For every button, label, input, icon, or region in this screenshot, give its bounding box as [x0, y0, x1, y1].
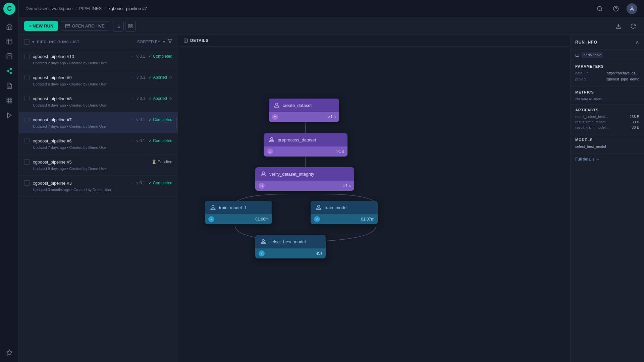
- svg-rect-35: [184, 39, 188, 43]
- svg-text:C: C: [7, 5, 11, 12]
- filter-icon[interactable]: [168, 39, 172, 45]
- run-version: v 0.1: [137, 54, 145, 59]
- nav-tables[interactable]: [3, 94, 16, 107]
- run-item-top: xgboost_pipeline #5 ⏳ Pending: [24, 159, 172, 165]
- search-icon[interactable]: [594, 3, 605, 14]
- nav-deploy[interactable]: [3, 109, 16, 122]
- sorted-by-label: SORTED BY: [137, 40, 160, 44]
- breadcrumb-section[interactable]: PIPELINES: [79, 6, 102, 11]
- run-id-row: bed53db2: [571, 50, 644, 61]
- node-verify-integrity[interactable]: verify_dataset_integrity ⊙ >1 s: [255, 167, 354, 191]
- checkbox-dropdown-icon[interactable]: ▾: [32, 40, 34, 44]
- node-create-dataset[interactable]: create_dataset ⊙ >1 s: [269, 99, 339, 122]
- run-item[interactable]: xgboost_pipeline #3 •v 0.1 ✓ Completed U…: [19, 176, 178, 197]
- run-name: xgboost_pipeline #9: [33, 75, 129, 80]
- run-item[interactable]: xgboost_pipeline #6 •v 0.1 ✓ Completed U…: [19, 133, 178, 155]
- node-preprocess-dataset[interactable]: preprocess_dataset ⊙ >1 s: [264, 133, 347, 157]
- run-version: v 0.1: [137, 181, 145, 185]
- run-status: ✓ Aborted ⟳: [149, 75, 172, 80]
- run-name: xgboost_pipeline #6: [33, 138, 128, 143]
- collapse-icon[interactable]: ∧: [635, 39, 639, 45]
- svg-rect-31: [131, 26, 132, 28]
- run-item[interactable]: xgboost_pipeline #9 •v 0.1 ✓ Aborted ⟳ U…: [19, 70, 178, 91]
- refresh-icon[interactable]: [628, 21, 639, 32]
- run-version: v 0.1: [137, 138, 145, 143]
- nav-datasets[interactable]: [3, 50, 16, 63]
- run-meta: Updated 3 months ago • Created by Demo U…: [33, 188, 172, 192]
- artifact-1-key: result_select_best...: [575, 115, 608, 119]
- run-checkbox[interactable]: [24, 54, 30, 59]
- select-all-checkbox[interactable]: [24, 39, 30, 45]
- preprocess-dataset-status-icon: ⊙: [267, 148, 273, 155]
- artifact-3-key: result_train_model...: [575, 125, 609, 129]
- artifact-row-1: result_select_best... 168 B: [575, 115, 639, 119]
- run-checkbox[interactable]: [24, 159, 30, 165]
- node-train-model-1[interactable]: train_model_1 ✓ 01:06m: [205, 201, 272, 224]
- run-checkbox[interactable]: [24, 117, 30, 122]
- drag-handle: [175, 116, 178, 129]
- main-area: Demo User's workspace / PIPELINES / xgbo…: [19, 0, 644, 362]
- preprocess-dataset-time: >1 s: [276, 149, 344, 154]
- list-view-button[interactable]: [113, 21, 124, 32]
- grid-view-button[interactable]: [125, 21, 136, 32]
- nav-experiments[interactable]: [3, 35, 16, 48]
- verify-integrity-time: >1 s: [267, 183, 351, 188]
- new-run-button[interactable]: + NEW RUN: [24, 21, 58, 31]
- param-project-row: project xgboost_pipe_demo: [575, 77, 639, 81]
- run-item-top: xgboost_pipeline #7 •v 0.1 ✓ Completed: [24, 117, 172, 122]
- run-item[interactable]: xgboost_pipeline #10 •v 0.1 ✓ Completed …: [19, 49, 178, 70]
- run-status: ✓ Aborted ⟳: [149, 96, 172, 101]
- run-name: xgboost_pipeline #3: [33, 181, 128, 186]
- sort-dropdown-icon[interactable]: ▾: [163, 40, 165, 44]
- run-checkbox[interactable]: [24, 138, 30, 143]
- breadcrumb-sep2: /: [104, 6, 106, 11]
- app-logo[interactable]: C: [3, 3, 15, 15]
- full-details-label: Full details →: [575, 157, 600, 162]
- svg-line-6: [8, 71, 10, 72]
- node-train-model[interactable]: train_model ✓ 01:07m: [311, 201, 378, 224]
- runs-list: xgboost_pipeline #10 •v 0.1 ✓ Completed …: [19, 49, 178, 362]
- train-model-time: 01:07m: [323, 217, 374, 222]
- runs-header-right: SORTED BY ▾: [137, 39, 172, 45]
- node-select-best-model[interactable]: select_best_model ✓ 45s: [255, 235, 326, 258]
- open-archive-label: OPEN ARCHIVE: [72, 23, 105, 28]
- run-checkbox[interactable]: [24, 96, 30, 101]
- details-tab: DETAILS: [178, 35, 570, 47]
- node-verify-integrity-name: verify_dataset_integrity: [269, 172, 314, 177]
- artifact-2-key: result_train_model...: [575, 120, 609, 124]
- help-icon[interactable]: [610, 3, 621, 14]
- view-toggle: [113, 21, 136, 32]
- metrics-no-data: No data to show: [575, 97, 639, 101]
- run-version: v 0.1: [137, 117, 145, 122]
- run-item[interactable]: xgboost_pipeline #8 •v 0.1 ✓ Aborted ⟳ U…: [19, 91, 178, 112]
- param-data-url-value: https://archive.ics....: [607, 71, 639, 75]
- svg-rect-30: [131, 24, 132, 25]
- nav-reports[interactable]: [3, 79, 16, 93]
- svg-point-16: [597, 6, 601, 10]
- run-name: xgboost_pipeline #5: [33, 160, 148, 165]
- nav-plugins[interactable]: [3, 346, 16, 359]
- run-checkbox[interactable]: [24, 75, 30, 80]
- download-icon[interactable]: [613, 21, 624, 32]
- model-item-1: select_best_model: [575, 144, 639, 148]
- full-details-link[interactable]: Full details →: [571, 154, 644, 165]
- content-area: ▾ PIPELINE RUNS LIST SORTED BY ▾ xgboost…: [19, 35, 644, 362]
- diagram-canvas: create_dataset ⊙ >1 s preprocess_dataset…: [178, 47, 570, 362]
- select-best-model-time: 45s: [267, 251, 322, 256]
- train-model-1-time: 01:06m: [217, 217, 269, 222]
- artifact-2-val: 30 B: [632, 120, 639, 124]
- run-item[interactable]: xgboost_pipeline #7 •v 0.1 ✓ Completed U…: [19, 112, 178, 133]
- run-item[interactable]: xgboost_pipeline #5 ⏳ Pending Updated 9 …: [19, 155, 178, 176]
- runs-panel: ▾ PIPELINE RUNS LIST SORTED BY ▾ xgboost…: [19, 35, 178, 362]
- version-sep: •: [132, 76, 133, 79]
- version-sep: •: [132, 118, 133, 122]
- nav-home[interactable]: [3, 20, 16, 34]
- nav-pipelines[interactable]: [3, 64, 16, 78]
- train-model-1-status-icon: ✓: [208, 216, 214, 222]
- run-checkbox[interactable]: [24, 180, 30, 186]
- artifacts-title: ARTIFACTS: [575, 108, 639, 112]
- open-archive-button[interactable]: OPEN ARCHIVE: [61, 21, 109, 31]
- run-item-top: xgboost_pipeline #6 •v 0.1 ✓ Completed: [24, 138, 172, 143]
- user-avatar[interactable]: [627, 3, 637, 14]
- details-tab-label[interactable]: DETAILS: [190, 38, 209, 43]
